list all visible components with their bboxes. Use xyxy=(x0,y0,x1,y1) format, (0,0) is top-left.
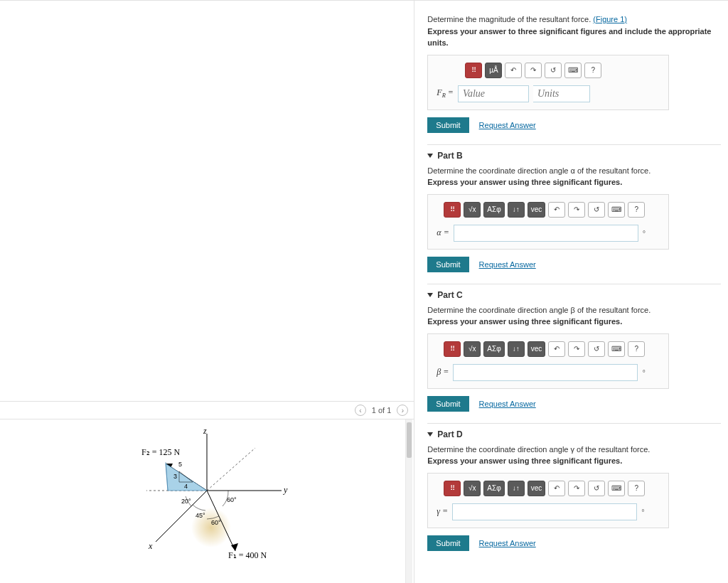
partD-header[interactable]: Part D xyxy=(427,423,721,439)
partB-value-input[interactable] xyxy=(454,225,638,242)
keyboard-button[interactable]: ⌨ xyxy=(608,341,625,357)
units-button[interactable]: µÅ xyxy=(485,63,502,78)
partC-instruction: Determine the coordinate direction angle… xyxy=(427,304,721,316)
partB-guidance: Express your answer using three signific… xyxy=(427,176,721,188)
partB-header[interactable]: Part B xyxy=(427,144,721,161)
angle-20: 20° xyxy=(181,498,191,505)
vec-button[interactable]: vec xyxy=(528,341,546,357)
undo-button[interactable]: ↶ xyxy=(548,341,565,357)
subsup-button[interactable]: ↓↑ xyxy=(508,481,525,496)
reset-button[interactable]: ↺ xyxy=(588,202,605,218)
reset-button[interactable]: ↺ xyxy=(588,481,605,496)
partD-value-input[interactable] xyxy=(452,503,637,520)
tri-4: 4 xyxy=(184,483,188,490)
partC-title: Part C xyxy=(437,290,462,300)
caret-icon xyxy=(427,154,433,158)
partA-request-answer-link[interactable]: Request Answer xyxy=(479,121,536,129)
partB-var-label: α = xyxy=(437,228,449,238)
partD-instruction: Determine the coordinate direction angle… xyxy=(427,444,721,456)
partC-request-answer-link[interactable]: Request Answer xyxy=(479,400,536,408)
svg-line-5 xyxy=(207,448,255,491)
partC-unit-suffix: ° xyxy=(642,368,645,377)
greek-button[interactable]: ΑΣφ xyxy=(483,481,504,496)
partA-units-input[interactable] xyxy=(533,85,590,102)
caret-icon xyxy=(427,293,433,297)
partA-var-label: FR = xyxy=(437,87,454,99)
partC-answerbox: ⠿ √x ΑΣφ ↓↑ vec ↶ ↷ ↺ ⌨ ? β = ° xyxy=(427,333,669,389)
scrollbar-thumb[interactable] xyxy=(407,422,412,458)
partD-var-label: γ = xyxy=(437,506,448,517)
axis-z-label: z xyxy=(203,427,207,436)
help-button[interactable]: ? xyxy=(628,341,645,357)
axis-x-label: x xyxy=(148,541,153,551)
partA-guidance: Express your answer to three significant… xyxy=(427,26,721,49)
tri-3: 3 xyxy=(173,473,177,480)
partA-instruction: Determine the magnitude of the resultant… xyxy=(427,14,721,26)
vec-button[interactable]: vec xyxy=(528,202,546,218)
figure-nav: ‹ 1 of 1 › xyxy=(0,401,414,419)
keyboard-button[interactable]: ⌨ xyxy=(564,63,582,78)
axis-y-label: y xyxy=(283,485,288,495)
figure-next-button[interactable]: › xyxy=(397,405,408,416)
partA-submit-button[interactable]: Submit xyxy=(427,117,469,133)
partC-submit-button[interactable]: Submit xyxy=(427,396,469,412)
templates-button[interactable]: ⠿ xyxy=(444,202,461,218)
redo-button[interactable]: ↷ xyxy=(568,341,585,357)
keyboard-button[interactable]: ⌨ xyxy=(608,202,625,218)
reset-button[interactable]: ↺ xyxy=(588,341,605,357)
partB-instruction: Determine the coordinate direction angle… xyxy=(427,165,721,177)
vec-button[interactable]: vec xyxy=(528,481,546,496)
partB-title: Part B xyxy=(437,151,462,161)
templates-button[interactable]: ⠿ xyxy=(444,341,461,357)
partD-guidance: Express your answer using three signific… xyxy=(427,455,721,467)
force-f2-label: F₂ = 125 N xyxy=(141,447,180,457)
redo-button[interactable]: ↷ xyxy=(525,63,542,78)
keyboard-button[interactable]: ⌨ xyxy=(608,481,625,496)
partB-request-answer-link[interactable]: Request Answer xyxy=(479,260,536,269)
angle-60b: 60° xyxy=(211,519,221,526)
undo-button[interactable]: ↶ xyxy=(548,202,565,218)
partA-value-input[interactable] xyxy=(458,85,529,102)
partB-unit-suffix: ° xyxy=(643,229,646,237)
force-f1-label: F₁ = 400 N xyxy=(228,550,267,560)
help-button[interactable]: ? xyxy=(628,202,645,218)
caret-icon xyxy=(427,432,433,437)
help-button[interactable]: ? xyxy=(628,481,645,496)
figure-prev-button[interactable]: ‹ xyxy=(355,405,366,416)
subsup-button[interactable]: ↓↑ xyxy=(508,341,525,357)
greek-button[interactable]: ΑΣφ xyxy=(483,202,504,218)
templates-button[interactable]: ⠿ xyxy=(444,481,461,496)
partD-request-answer-link[interactable]: Request Answer xyxy=(479,539,536,547)
angle-60a: 60° xyxy=(227,496,237,503)
partC-value-input[interactable] xyxy=(453,364,638,381)
reset-button[interactable]: ↺ xyxy=(545,63,562,78)
sqrt-button[interactable]: √x xyxy=(464,341,481,357)
partC-guidance: Express your answer using three signific… xyxy=(427,316,721,328)
figure-counter: 1 of 1 xyxy=(372,406,392,414)
partA-answerbox: ⠿ µÅ ↶ ↷ ↺ ⌨ ? FR = xyxy=(427,55,669,110)
redo-button[interactable]: ↷ xyxy=(568,202,585,218)
partC-header[interactable]: Part C xyxy=(427,284,721,300)
partB-submit-button[interactable]: Submit xyxy=(427,257,469,272)
greek-button[interactable]: ΑΣφ xyxy=(483,341,504,357)
subsup-button[interactable]: ↓↑ xyxy=(508,202,525,218)
undo-button[interactable]: ↶ xyxy=(548,481,565,496)
figure-link[interactable]: (Figure 1) xyxy=(593,15,627,23)
angle-45: 45° xyxy=(196,512,205,519)
figure-svg: z y x F₂ = 125 N F₁ = 400 N 60° 60° 45° … xyxy=(86,427,328,576)
templates-button[interactable]: ⠿ xyxy=(465,63,482,78)
partD-answerbox: ⠿ √x ΑΣφ ↓↑ vec ↶ ↷ ↺ ⌨ ? γ = ° xyxy=(427,473,669,528)
sqrt-button[interactable]: √x xyxy=(464,481,481,496)
partD-submit-button[interactable]: Submit xyxy=(427,535,469,551)
figure-scrollbar[interactable] xyxy=(405,419,412,583)
partD-title: Part D xyxy=(437,429,462,439)
figure-body: z y x F₂ = 125 N F₁ = 400 N 60° 60° 45° … xyxy=(0,419,414,583)
partB-answerbox: ⠿ √x ΑΣφ ↓↑ vec ↶ ↷ ↺ ⌨ ? α = ° xyxy=(427,194,669,250)
undo-button[interactable]: ↶ xyxy=(505,63,522,78)
help-button[interactable]: ? xyxy=(584,63,601,78)
redo-button[interactable]: ↷ xyxy=(568,481,585,496)
tri-5: 5 xyxy=(178,461,182,468)
sqrt-button[interactable]: √x xyxy=(464,202,481,218)
partD-unit-suffix: ° xyxy=(641,508,644,516)
partC-var-label: β = xyxy=(437,367,449,378)
